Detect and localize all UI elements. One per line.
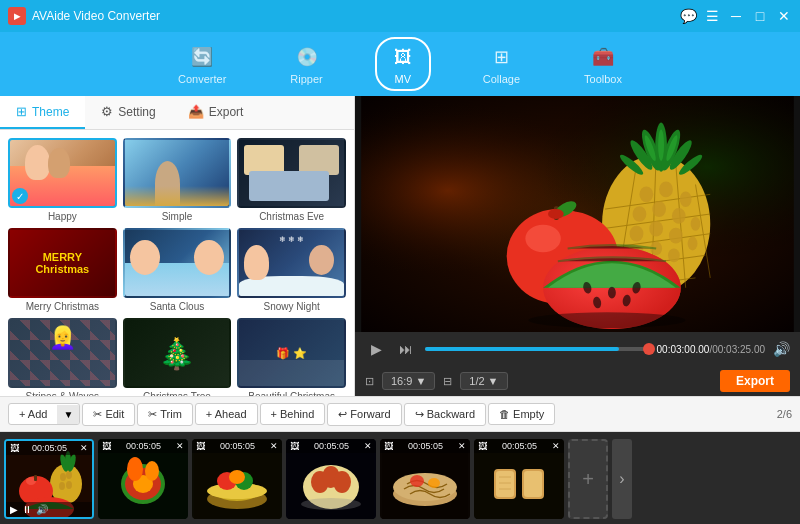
- svg-point-88: [428, 478, 440, 488]
- svg-point-86: [393, 473, 457, 501]
- svg-point-83: [301, 498, 361, 510]
- svg-rect-64: [34, 475, 37, 481]
- svg-point-87: [410, 475, 424, 487]
- tab-setting[interactable]: ⚙ Setting: [85, 96, 171, 129]
- video-scene-svg: [355, 96, 800, 332]
- maximize-button[interactable]: □: [752, 8, 768, 24]
- svg-point-57: [59, 482, 65, 490]
- add-button-group: + Add ▼: [8, 403, 80, 425]
- window-controls: 💬 ☰ ─ □ ✕: [680, 8, 792, 24]
- toolbox-icon: 🧰: [589, 43, 617, 71]
- svg-point-70: [127, 457, 143, 481]
- toolbar: + Add ▼ ✂ Edit ✂ Trim + Ahead + Behind ↩…: [0, 396, 800, 432]
- ahead-button[interactable]: + Ahead: [195, 403, 258, 425]
- main-content: ⊞ Theme ⚙ Setting 📤 Export: [0, 96, 800, 396]
- theme-merry-christmas[interactable]: MERRYChristmas Merry Christmas: [8, 228, 117, 312]
- svg-rect-91: [496, 471, 514, 497]
- timeline-item-5[interactable]: 🖼 00:05:05 ✕: [380, 439, 470, 519]
- empty-button[interactable]: 🗑 Empty: [488, 403, 555, 425]
- theme-santa-clous[interactable]: Santa Clous: [123, 228, 232, 312]
- right-panel: ▶ ⏭ 00:03:00.00/00:03:25.00 🔊 ⊡ 16:9 ▼ ⊟…: [355, 96, 800, 396]
- svg-point-21: [649, 221, 663, 237]
- export-tab-icon: 📤: [188, 104, 204, 119]
- time-display: 00:03:00.00/00:03:25.00: [657, 344, 765, 355]
- export-button[interactable]: Export: [720, 370, 790, 392]
- collage-icon: ⊞: [487, 43, 515, 71]
- theme-tab-icon: ⊞: [16, 104, 27, 119]
- theme-stripes-waves[interactable]: 👱‍♀️ Stripes & Waves: [8, 318, 117, 396]
- timeline-item-2[interactable]: 🖼 00:05:05 ✕: [98, 439, 188, 519]
- left-panel: ⊞ Theme ⚙ Setting 📤 Export: [0, 96, 355, 396]
- svg-point-77: [229, 470, 245, 484]
- timeline: 🖼 00:05:05 ✕: [0, 432, 800, 524]
- timeline-item-6-overlay: 🖼 00:05:05 ✕: [474, 439, 564, 453]
- svg-point-44: [548, 209, 564, 219]
- edit-button[interactable]: ✂ Edit: [82, 403, 135, 426]
- backward-button[interactable]: ↪ Backward: [404, 403, 486, 426]
- add-main-button[interactable]: + Add: [9, 404, 57, 424]
- svg-point-20: [630, 226, 644, 242]
- svg-point-13: [639, 186, 653, 202]
- stop-button[interactable]: ⏭: [395, 338, 417, 360]
- theme-christmas-eve[interactable]: Christmas Eve: [237, 138, 346, 222]
- timeline-controls-1: ▶⏸🔊: [6, 502, 92, 517]
- timeline-item-2-overlay: 🖼 00:05:05 ✕: [98, 439, 188, 453]
- svg-point-41: [525, 225, 560, 253]
- timeline-add-placeholder[interactable]: +: [568, 439, 608, 519]
- zoom-button[interactable]: 1/2 ▼: [460, 372, 507, 390]
- aspect-ratio-button[interactable]: 16:9 ▼: [382, 372, 435, 390]
- ripper-icon: 💿: [293, 43, 321, 71]
- svg-point-52: [528, 312, 685, 328]
- svg-point-23: [688, 237, 698, 251]
- svg-point-15: [680, 191, 692, 207]
- svg-point-58: [66, 481, 72, 489]
- timeline-item-3-overlay: 🖼 00:05:05 ✕: [192, 439, 282, 453]
- app-logo: ▶: [8, 7, 26, 25]
- svg-rect-93: [524, 471, 542, 497]
- nav-collage[interactable]: ⊞ Collage: [471, 39, 532, 89]
- theme-happy[interactable]: ✓ Happy: [8, 138, 117, 222]
- timeline-item-4-overlay: 🖼 00:05:05 ✕: [286, 439, 376, 453]
- trim-button[interactable]: ✂ Trim: [137, 403, 192, 426]
- nav-converter[interactable]: 🔄 Converter: [166, 39, 238, 89]
- chat-button[interactable]: 💬: [680, 8, 696, 24]
- theme-grid: ✓ Happy Simple: [0, 130, 354, 396]
- timeline-item-1[interactable]: 🖼 00:05:05 ✕: [4, 439, 94, 519]
- volume-button[interactable]: 🔊: [773, 341, 790, 357]
- minimize-button[interactable]: ─: [728, 8, 744, 24]
- converter-icon: 🔄: [188, 43, 216, 71]
- svg-point-26: [668, 248, 680, 262]
- timeline-scroll-right[interactable]: ›: [612, 439, 632, 519]
- timeline-item-6[interactable]: 🖼 00:05:05 ✕: [474, 439, 564, 519]
- zoom-icon: ⊟: [443, 375, 452, 388]
- theme-simple[interactable]: Simple: [123, 138, 232, 222]
- svg-point-55: [60, 473, 66, 481]
- tab-theme[interactable]: ⊞ Theme: [0, 96, 85, 129]
- svg-point-16: [633, 206, 647, 222]
- theme-snowy-night[interactable]: ❄ ❄ ❄ Snowy Night: [237, 228, 346, 312]
- nav-toolbox[interactable]: 🧰 Toolbox: [572, 39, 634, 89]
- mv-icon: 🖼: [389, 43, 417, 71]
- title-bar: ▶ AVAide Video Converter 💬 ☰ ─ □ ✕: [0, 0, 800, 32]
- progress-dot: [643, 343, 655, 355]
- timeline-item-3[interactable]: 🖼 00:05:05 ✕: [192, 439, 282, 519]
- page-counter: 2/6: [777, 408, 792, 420]
- close-button[interactable]: ✕: [776, 8, 792, 24]
- svg-point-22: [669, 228, 683, 244]
- theme-check-happy: ✓: [12, 188, 28, 204]
- tab-bar: ⊞ Theme ⚙ Setting 📤 Export: [0, 96, 354, 130]
- nav-ripper[interactable]: 💿 Ripper: [278, 39, 334, 89]
- theme-beautiful-christmas[interactable]: 🎁 ⭐ Beautiful Christmas: [237, 318, 346, 396]
- nav-mv[interactable]: 🖼 MV: [375, 37, 431, 91]
- svg-point-48: [608, 287, 616, 299]
- theme-christmas-tree[interactable]: 🎄 Christmas Tree: [123, 318, 232, 396]
- progress-bar[interactable]: [425, 347, 649, 351]
- play-button[interactable]: ▶: [365, 338, 387, 360]
- forward-button[interactable]: ↩ Forward: [327, 403, 401, 426]
- behind-button[interactable]: + Behind: [260, 403, 326, 425]
- add-dropdown-arrow[interactable]: ▼: [57, 405, 79, 424]
- svg-point-19: [691, 217, 701, 231]
- menu-button[interactable]: ☰: [704, 8, 720, 24]
- timeline-item-4[interactable]: 🖼 00:05:05 ✕: [286, 439, 376, 519]
- tab-export[interactable]: 📤 Export: [172, 96, 260, 129]
